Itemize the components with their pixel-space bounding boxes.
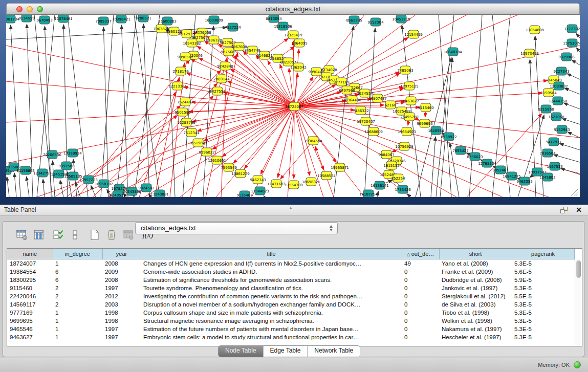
network-node[interactable]: 7693427	[452, 146, 468, 155]
new-table-icon[interactable]	[88, 228, 101, 242]
cell-year[interactable]: 2008	[102, 259, 141, 268]
network-edge[interactable]	[408, 121, 408, 125]
network-node[interactable]: 7485063	[397, 66, 413, 74]
network-edge[interactable]	[295, 49, 299, 102]
network-edge[interactable]	[78, 60, 189, 197]
network-node[interactable]: 9242848	[217, 62, 233, 70]
network-edge[interactable]	[469, 15, 482, 197]
cell-name[interactable]: 9699695	[7, 317, 53, 325]
network-node[interactable]: 7524402	[177, 98, 193, 106]
network-edge[interactable]	[576, 33, 580, 38]
network-node[interactable]: 9462743	[250, 176, 266, 184]
network-node[interactable]: 7486322	[353, 106, 368, 115]
cell-out_degree[interactable]: 0	[402, 268, 439, 276]
column-header-title[interactable]: title	[141, 249, 402, 259]
network-edge[interactable]	[101, 15, 114, 197]
cell-pagerank[interactable]: 5.3E-5	[512, 317, 574, 325]
cell-in_degree[interactable]: 1	[53, 333, 102, 341]
network-edge[interactable]	[264, 196, 265, 197]
network-edge[interactable]	[560, 168, 580, 174]
network-node[interactable]: 9152943	[554, 125, 570, 134]
network-node[interactable]: 19965871	[331, 163, 349, 171]
network-node[interactable]: 9397588	[58, 162, 74, 170]
network-edge[interactable]	[295, 73, 298, 102]
cell-in_degree[interactable]: 1	[53, 309, 102, 317]
table-selector[interactable]: citations_edges.txt	[135, 222, 338, 234]
cell-title[interactable]: Changes of HCN gene expression and I(f) …	[141, 259, 402, 268]
network-edge[interactable]	[191, 59, 290, 104]
network-edge[interactable]	[572, 60, 580, 65]
cell-out_degree[interactable]: 0	[402, 292, 439, 300]
table-scrollbar[interactable]	[575, 259, 582, 346]
memory-status-indicator[interactable]	[574, 361, 581, 368]
network-node[interactable]: 11078481	[54, 15, 73, 23]
cell-pagerank[interactable]: 5.9E-5	[512, 276, 574, 284]
column-header-name[interactable]: name	[7, 249, 53, 259]
table-row[interactable]: 1938455462009Genome-wide association stu…	[7, 268, 574, 276]
cell-short[interactable]: Jankovic et al. (1997)	[439, 284, 512, 292]
network-edge[interactable]	[562, 119, 580, 124]
network-edge[interactable]	[268, 38, 288, 53]
cell-name[interactable]: 9465546	[7, 325, 53, 333]
network-edge[interactable]	[567, 74, 580, 79]
cell-out_degree[interactable]: 0	[402, 276, 439, 284]
network-node[interactable]: 12444158	[549, 97, 567, 105]
column-header-year[interactable]: year	[102, 249, 141, 259]
cell-year[interactable]: 2008	[102, 276, 141, 284]
table-row[interactable]: 977716911998Corpus callosum shape and si…	[7, 309, 574, 317]
network-edge[interactable]	[280, 144, 310, 179]
network-node[interactable]: 12342757	[33, 169, 52, 177]
network-node[interactable]: 9412971	[546, 138, 561, 146]
network-node[interactable]: 11283796	[177, 118, 195, 126]
network-node[interactable]: 8215958	[538, 105, 554, 113]
network-edge[interactable]	[576, 48, 580, 52]
cell-year[interactable]: 2012	[102, 292, 141, 300]
tab-node-table[interactable]: Node Table	[219, 346, 263, 357]
cell-in_degree[interactable]: 2	[53, 284, 102, 292]
table-scrollbar-thumb[interactable]	[576, 260, 581, 278]
network-node[interactable]: 9135467	[236, 191, 252, 197]
network-edge[interactable]	[278, 111, 293, 178]
network-node[interactable]: 20301734	[6, 15, 19, 23]
network-window-titlebar[interactable]: citations_edges.txt	[6, 3, 580, 15]
cell-title[interactable]: Tourette syndrome. Phenomenology and cla…	[141, 284, 402, 292]
network-node[interactable]: 62160	[385, 101, 396, 109]
network-edge[interactable]	[103, 27, 108, 197]
cell-title[interactable]: Estimation of the future numbers of pati…	[141, 325, 402, 333]
resize-grip-icon[interactable]	[574, 191, 578, 196]
cell-title[interactable]: Genome-wide association studies in ADHD.	[141, 268, 402, 276]
cell-in_degree[interactable]: 1	[53, 259, 102, 268]
network-edge[interactable]	[431, 137, 435, 197]
network-edge[interactable]	[392, 148, 400, 152]
network-node[interactable]: 10453218	[392, 15, 410, 23]
cell-year[interactable]: 1997	[102, 325, 141, 333]
network-svg[interactable]: 1872400779638228860128891293523226058982…	[6, 15, 580, 197]
delete-table-icon[interactable]	[105, 228, 118, 242]
network-node[interactable]: 12154419	[404, 30, 423, 38]
cell-title[interactable]: Structural magnetic resonance image aver…	[141, 317, 402, 325]
table-row[interactable]: 2242004622012Investigating the contribut…	[7, 292, 574, 300]
cell-pagerank[interactable]: 5.3E-5	[512, 309, 574, 317]
network-node[interactable]: 16648784	[444, 48, 462, 56]
network-node[interactable]: 17554300	[285, 181, 303, 189]
network-edge[interactable]	[563, 103, 580, 109]
network-node[interactable]: 16033809	[205, 16, 223, 24]
table-row[interactable]: 946362711997Embryonic stem cells: a mode…	[7, 333, 574, 341]
cell-year[interactable]: 2009	[102, 268, 141, 276]
cell-title[interactable]: Estimation of significance thresholds fo…	[141, 276, 402, 284]
network-edge[interactable]	[440, 58, 452, 197]
cell-short[interactable]: Dudbridge et al. (2008)	[439, 276, 512, 284]
cell-name[interactable]: 18724007	[7, 259, 53, 268]
clear-selection-icon[interactable]	[69, 228, 82, 242]
select-all-rows-icon[interactable]	[52, 228, 65, 242]
cell-out_degree[interactable]: 0	[402, 300, 439, 309]
network-node[interactable]: 16519827	[189, 139, 207, 147]
cell-title[interactable]: Embryonic stem cells: a model to study s…	[141, 333, 402, 341]
table-row[interactable]: 1456911722003Disruption of a novel membe…	[7, 300, 574, 309]
network-node[interactable]: 9670493	[36, 16, 52, 24]
network-edge[interactable]	[294, 15, 518, 106]
column-header-out_degree[interactable]: △out_de…	[402, 249, 439, 259]
table-row[interactable]: 911546021997Tourette syndrome. Phenomeno…	[7, 284, 574, 292]
tab-edge-table[interactable]: Edge Table	[263, 346, 308, 357]
network-node[interactable]: 9329966	[558, 53, 575, 61]
